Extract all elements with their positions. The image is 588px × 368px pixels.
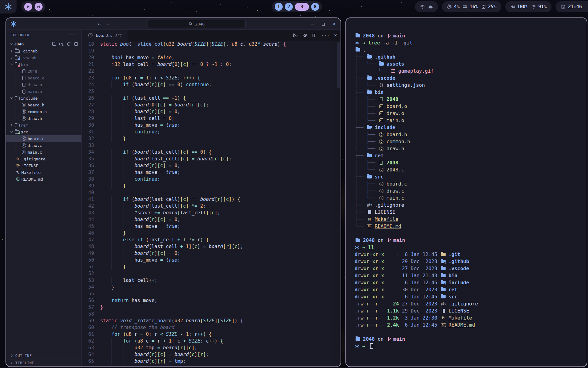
workspace-1-button[interactable]: 1 [275,3,283,11]
code-text [100,290,103,297]
explorer-item-label: src [21,130,28,134]
ll-row-.github: drwxr-xr-x - 29 Dec 2023 .github [355,258,581,265]
root-folder-label: 2048 [14,42,24,46]
code-text: } [100,304,103,311]
terminal-content: 2048 on main→ tree -a -I .git.├── .githu… [346,18,587,350]
line-number: 33 [82,142,94,149]
media-controls [21,1,45,12]
explorer-item-include[interactable]: include [6,95,81,102]
media-next-button[interactable] [35,3,43,11]
ll-row-Makefile: .rw-r--r-- 1.2k 3 Jan 22:30 MMakefile [355,314,581,321]
explorer-item-label: .github [21,49,38,53]
explorer-item-src[interactable]: src [6,128,81,135]
ll-name: .github [448,259,469,264]
tree-row-.vscode: ├── .vscode [355,75,581,82]
refresh-icon[interactable] [66,42,71,46]
tree-row-.: . [355,46,581,53]
explorer-item-ref[interactable]: ref [6,122,81,128]
collapse-folders-icon[interactable] [74,42,78,46]
panel-label: OUTLINE [15,354,32,358]
run-file-icon[interactable] [292,33,298,38]
ll-date: 3 Jan 22:30 [402,315,440,321]
explorer-item-LICENSE[interactable]: LICENSE [6,162,81,169]
close-editor-icon[interactable]: × [334,33,337,38]
line-number: 22 [82,68,94,75]
tree-row-src: ├── src [355,173,581,180]
code-line-36: 36 board[r][c] = 0; [82,162,341,169]
code-text [100,88,103,95]
explorer-item-bin[interactable]: bin [6,61,81,68]
explorer-item-label: draw.c [28,143,42,148]
code-line-47: 47 else if (last_cell + 1 != r) { [82,236,341,243]
new-folder-icon[interactable] [59,42,64,46]
workspace-8-button[interactable]: 8 [311,3,319,11]
tree-row-LICENSE: ├── LICENSE [355,209,581,216]
sidebar-panel-timeline[interactable]: TIMELINE [6,359,81,366]
line-number: 48 [82,243,94,250]
explorer-item-draw.h[interactable]: Hdraw.h [6,115,81,122]
explorer-item-common.h[interactable]: Hcommon.h [6,108,81,115]
tree-entry-label: 2048.c [386,167,404,173]
tree-entry-label: main.c [386,195,404,201]
ll-row-README.md: .rw-r--r-- 2.4k 6 Jan 12:45 M↓README.md [355,321,581,328]
workspace-2-button[interactable]: 2 [285,3,293,11]
explorer-item-2048[interactable]: 2048 [6,68,81,75]
tree-entry-label: . [363,47,366,53]
minimize-button[interactable]: – [311,21,314,27]
explorer-item-draw.c[interactable]: Cdraw.c [6,142,81,149]
explorer-item-README.md[interactable]: README.md [6,176,81,182]
explorer-item-main.c[interactable]: Cmain.c [6,149,81,155]
gear-icon[interactable] [303,33,307,38]
explorer-more-actions-icon[interactable]: ··· [69,32,77,38]
split-editor-icon[interactable] [312,33,317,38]
close-button[interactable]: × [333,21,336,27]
explorer-item-board.h[interactable]: Hboard.h [6,102,81,108]
editor-scrollbar[interactable] [337,42,340,88]
cloud-icon [428,4,433,10]
code-line-59: 59static void _rotate_board(u32 board[SI… [82,317,341,324]
more-actions-icon[interactable]: ··· [321,33,330,38]
ll-date: 30 Dec 2023 [402,287,440,293]
explorer-item-board.o[interactable]: board.o [6,75,81,81]
new-file-icon[interactable] [52,42,56,46]
line-number: 19 [82,48,94,54]
c-file-icon: C [88,33,92,37]
workspace-3-button[interactable]: 3 [295,3,309,11]
ll-permissions: drwxr-xr-x [355,259,384,264]
line-number: 35 [82,155,94,162]
code-text: } [100,230,126,236]
stat-disk-value: 25% [488,4,496,10]
launcher-button[interactable] [0,0,17,13]
explorer-item-draw.o[interactable]: draw.o [6,81,81,88]
media-prev-button[interactable] [24,3,32,11]
terminal-blank-line [355,230,581,237]
history-forward-button[interactable]: → [106,21,109,27]
terminal-window[interactable]: 2048 on main→ tree -a -I .git.├── .githu… [345,17,587,367]
explorer-item-Makefile[interactable]: Makefile [6,169,81,176]
code-line-25: 25 [82,88,341,95]
history-back-button[interactable]: ← [98,21,101,27]
clock-icon [560,4,566,10]
command-center-search[interactable]: 2048 [148,20,246,28]
explorer-item-main.o[interactable]: main.o [6,88,81,95]
code-line-58: 58 [82,311,341,317]
tree-row-draw.o: │ ├── 01draw.o [355,110,581,117]
prompt-dir: 2048 [363,33,375,39]
maximize-button[interactable]: □ [322,21,325,27]
code-line-42: 42 board[last_cell][c] *= 2; [82,203,341,209]
explorer-item-board.c[interactable]: Cboard.c [6,135,81,142]
explorer-item-label: 2048 [28,69,37,74]
explorer-item-label: main.c [28,150,42,155]
line-number: 31 [82,128,94,135]
tree-row-board.o: │ ├── 01board.o [355,103,581,110]
terminal-command-line: → [355,343,581,350]
chevron-glyph [10,354,13,357]
explorer-item-.gitignore[interactable]: .gitignore [6,155,81,162]
explorer-item-.github[interactable]: .github [6,48,81,54]
explorer-item-.vscode[interactable]: .vscode [6,54,81,61]
code-editor[interactable]: 18static bool _slide_col(u32 board[SIZE]… [82,41,341,366]
sidebar-panel-outline[interactable]: OUTLINE [6,352,81,359]
vscode-titlebar[interactable]: ← → 2048 – □ × [6,18,341,30]
tab-board.c[interactable]: C board.c src [82,30,127,41]
explorer-root-folder[interactable]: 2048 [6,40,81,48]
